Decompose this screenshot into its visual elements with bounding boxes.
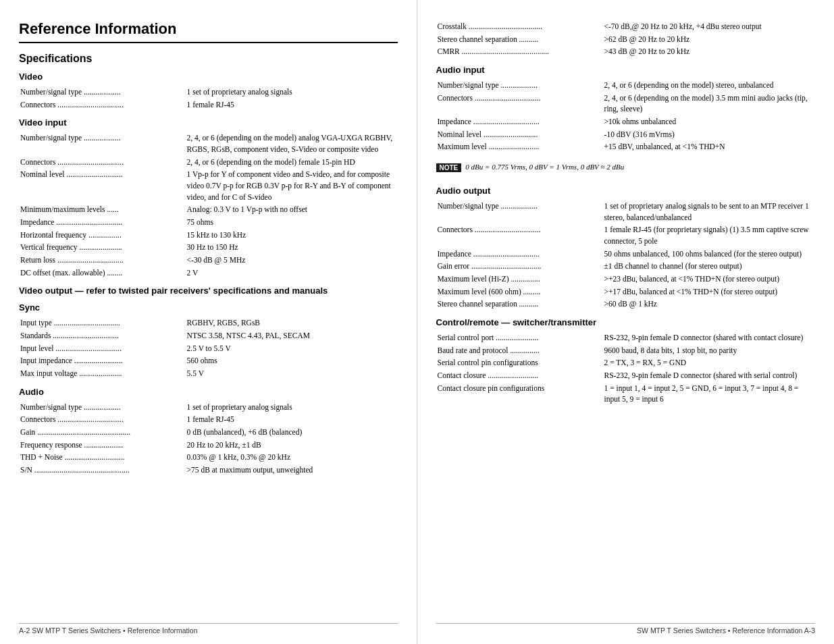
table-row: Input impedance ........................… <box>19 354 398 367</box>
table-row: Nominal level ..........................… <box>436 128 816 141</box>
spec-label: Minimum/maximum levels ...... <box>19 203 186 216</box>
spec-value: 1 Vp-p for Y of component video and S-vi… <box>186 168 398 203</box>
subsection-video-output: Video output — refer to twisted pair rec… <box>19 286 398 296</box>
spec-value: 2, 4, or 6 (depending on the model) fema… <box>186 156 398 169</box>
spec-value: >10k ohms unbalanced <box>603 115 815 128</box>
spec-value: 1 set of proprietary analog signals <box>186 401 398 414</box>
spec-label: Serial control port ....................… <box>436 331 603 344</box>
table-row: Serial control pin configurations2 = TX,… <box>436 356 816 369</box>
spec-label: CMRR ...................................… <box>436 45 603 58</box>
spec-label: Connectors .............................… <box>436 92 603 115</box>
table-row: Maximum level (600 ohm) .........>+17 dB… <box>436 286 816 298</box>
spec-label: Stereo channel separation .......... <box>436 33 603 46</box>
spec-label: Gain ...................................… <box>19 426 186 439</box>
spec-label: Number/signal type ................... <box>436 200 603 223</box>
spec-value: RS-232, 9-pin female D connector (shared… <box>603 331 815 344</box>
spec-label: Number/signal type ................... <box>436 79 603 92</box>
audio-spec-table: Number/signal type ...................1 … <box>19 401 398 477</box>
footer-left-text: A-2 SW MTP T Series Switchers • Referenc… <box>19 626 198 635</box>
table-row: Frequency response ....................2… <box>19 439 398 452</box>
right-column: Crosstalk ..............................… <box>417 0 835 644</box>
spec-value: 2 V <box>186 267 398 279</box>
subsection-audio-input: Audio input <box>436 65 816 75</box>
spec-value: 30 Hz to 150 Hz <box>186 241 398 254</box>
table-row: Connectors .............................… <box>19 156 398 169</box>
spec-label: Max input voltage ...................... <box>19 367 186 380</box>
table-row: Crosstalk ..............................… <box>436 20 816 33</box>
table-row: Baud rate and protocol ...............96… <box>436 344 816 357</box>
spec-value: 15 kHz to 130 kHz <box>186 229 398 242</box>
spec-value: 1 female RJ-45 <box>186 413 398 426</box>
table-row: Contact closure pin configurations1 = in… <box>436 382 816 406</box>
table-row: Standards ..............................… <box>19 329 398 342</box>
spec-label: Baud rate and protocol ............... <box>436 344 603 357</box>
table-row: Number/signal type ...................1 … <box>19 401 398 414</box>
table-row: Maximum level ..........................… <box>436 140 816 153</box>
spec-label: Connectors .............................… <box>19 156 186 169</box>
spec-label: Connectors .............................… <box>436 223 603 247</box>
spec-value: >75 dB at maximum output, unweighted <box>186 464 398 477</box>
spec-label: Input type .............................… <box>19 317 186 329</box>
spec-label: Impedance ..............................… <box>19 216 186 229</box>
spec-label: Input level ............................… <box>19 342 186 355</box>
spec-value: RS-232, 9-pin female D connector (shared… <box>603 369 815 382</box>
spec-value: 9600 baud, 8 data bits, 1 stop bit, no p… <box>603 344 815 357</box>
spec-label: Contact closure pin configurations <box>436 382 603 406</box>
spec-value: >43 dB @ 20 Hz to 20 kHz <box>603 45 815 58</box>
spec-label: Number/signal type ................... <box>19 86 186 99</box>
subsection-audio-output: Audio output <box>436 186 816 196</box>
table-row: Impedance ..............................… <box>436 115 816 128</box>
table-row: Connectors .............................… <box>19 413 398 426</box>
audio-input-spec-table: Number/signal type ...................2,… <box>436 79 816 153</box>
spec-label: Nominal level ..........................… <box>436 128 603 141</box>
spec-value: +15 dBV, unbalanced, at <1% THD+N <box>603 140 815 153</box>
spec-label: Horizontal frequency ................. <box>19 229 186 242</box>
spec-label: Number/signal type ................... <box>19 401 186 414</box>
table-row: Max input voltage ......................… <box>19 367 398 380</box>
table-row: Number/signal type ...................1 … <box>19 86 398 99</box>
sync-spec-table: Input type .............................… <box>19 317 398 379</box>
spec-value: 1 female RJ-45 (for proprietary signals)… <box>603 223 815 247</box>
table-row: Stereo channel separation ..........>60 … <box>436 298 816 311</box>
spec-value: >+23 dBu, balanced, at <1% THD+N (for st… <box>603 273 815 286</box>
table-row: Vertical frequency .....................… <box>19 241 398 254</box>
subsection-control: Control/remote — switcher/transmitter <box>436 317 816 327</box>
spec-value: 5.5 V <box>186 367 398 380</box>
note-box: NOTE 0 dBu = 0.775 Vrms, 0 dBV = 1 Vrms,… <box>436 163 625 172</box>
spec-value: 20 Hz to 20 kHz, ±1 dB <box>186 439 398 452</box>
table-row: Impedance ..............................… <box>436 248 816 261</box>
spec-value: 0 dB (unbalanced), +6 dB (balanced) <box>186 426 398 439</box>
spec-value: <-70 dB,@ 20 Hz to 20 kHz, +4 dBu stereo… <box>603 20 815 33</box>
page-title: Reference Information <box>19 20 398 38</box>
table-row: Number/signal type ...................1 … <box>436 200 816 223</box>
spec-value: 0.03% @ 1 kHz, 0.3% @ 20 kHz <box>186 451 398 464</box>
table-row: Number/signal type ...................2,… <box>436 79 816 92</box>
subsection-video: Video <box>19 72 398 82</box>
spec-label: Input impedance ........................… <box>19 354 186 367</box>
table-row: Gain error .............................… <box>436 260 816 273</box>
spec-label: Contact closure ........................… <box>436 369 603 382</box>
left-column: Reference Information Specifications Vid… <box>0 0 417 644</box>
spec-value: 2 = TX, 3 = RX, 5 = GND <box>603 356 815 369</box>
spec-label: DC offset (max. allowable) ........ <box>19 267 186 279</box>
spec-label: Standards ..............................… <box>19 329 186 342</box>
video-input-spec-table: Number/signal type ...................2,… <box>19 132 398 279</box>
table-row: THD + Noise ............................… <box>19 451 398 464</box>
table-row: Stereo channel separation ..........>62 … <box>436 33 816 46</box>
left-footer: A-2 SW MTP T Series Switchers • Referenc… <box>19 623 398 635</box>
spec-label: Maximum level .......................... <box>436 140 603 153</box>
spec-value: ±1 dB channel to channel (for stereo out… <box>603 260 815 273</box>
spec-value: 1 set of proprietary analog signals to b… <box>603 200 815 223</box>
audio-output-spec-table: Number/signal type ...................1 … <box>436 200 816 311</box>
spec-label: Impedance ..............................… <box>436 115 603 128</box>
table-row: Number/signal type ...................2,… <box>19 132 398 155</box>
spec-value: 2, 4, or 6 (depending on the model) ster… <box>603 79 815 92</box>
table-row: Impedance ..............................… <box>19 216 398 229</box>
spec-value: 50 ohms unbalanced, 100 ohms balanced (f… <box>603 248 815 261</box>
spec-value: >60 dB @ 1 kHz <box>603 298 815 311</box>
spec-label: Impedance ..............................… <box>436 248 603 261</box>
section-specifications: Specifications <box>19 53 398 65</box>
table-row: Minimum/maximum levels ......Analog: 0.3… <box>19 203 398 216</box>
video-spec-table: Number/signal type ...................1 … <box>19 86 398 111</box>
crosstalk-table: Crosstalk ..............................… <box>436 20 816 58</box>
